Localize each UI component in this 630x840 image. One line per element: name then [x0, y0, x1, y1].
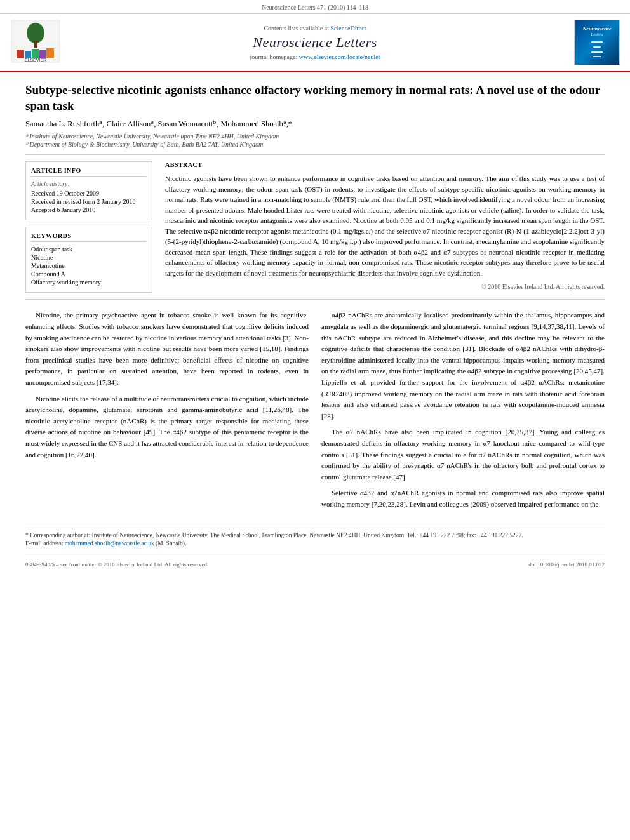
affiliations: ᵃ Institute of Neuroscience, Newcastle U…: [25, 133, 605, 148]
journal-logo-box: Neuroscience Letters ▬▬▬▬▬▬▬▬▬▬: [574, 20, 620, 65]
body-para-3: α4β2 nAChRs are anatomically localised p…: [321, 310, 605, 422]
article-content: Subtype-selective nicotinic agonists enh…: [0, 72, 630, 580]
footnote-area: * Corresponding author at: Institute of …: [25, 528, 605, 547]
sciencedirect-line: Contents lists available at ScienceDirec…: [67, 25, 563, 32]
body-left-column: Nicotine, the primary psychoactive agent…: [25, 310, 309, 515]
abstract-title: ABSTRACT: [165, 161, 605, 168]
journal-title: Neuroscience Letters: [67, 34, 563, 51]
body-columns: Nicotine, the primary psychoactive agent…: [25, 310, 605, 515]
keywords-box: KEYWORDS Odour span task Nicotine Metani…: [25, 227, 152, 293]
bottom-bar: 0304-3940/$ – see front matter © 2010 El…: [25, 557, 605, 568]
journal-citation: Neuroscience Letters 471 (2010) 114–118: [0, 0, 630, 14]
journal-logo-right: Neuroscience Letters ▬▬▬▬▬▬▬▬▬▬: [563, 20, 620, 65]
homepage-line: journal homepage: www.elsevier.com/locat…: [67, 53, 563, 60]
abstract-text: Nicotinic agonists have been shown to en…: [165, 173, 605, 278]
article-title: Subtype-selective nicotinic agonists enh…: [25, 83, 605, 114]
svg-rect-5: [32, 49, 39, 58]
left-panel: ARTICLE INFO Article history: Received 1…: [25, 161, 152, 293]
journal-header: ELSEVIER Contents lists available at Sci…: [0, 14, 630, 72]
keyword-4: Compound A: [31, 270, 147, 277]
svg-point-1: [27, 23, 44, 43]
body-para-4: The α7 nAChRs have also been implicated …: [321, 427, 605, 483]
keyword-5: Olfactory working memory: [31, 279, 147, 286]
keywords-title: KEYWORDS: [31, 232, 147, 242]
page: Neuroscience Letters 471 (2010) 114–118 …: [0, 0, 630, 840]
keyword-3: Metanicotine: [31, 262, 147, 269]
accepted-date: Accepted 6 January 2010: [31, 206, 147, 213]
issn-text: 0304-3940/$ – see front matter © 2010 El…: [25, 561, 208, 568]
article-info-box: ARTICLE INFO Article history: Received 1…: [25, 161, 152, 220]
citation-text: Neuroscience Letters 471 (2010) 114–118: [262, 4, 368, 11]
elsevier-logo-svg: ELSEVIER: [10, 19, 61, 63]
journal-center-info: Contents lists available at ScienceDirec…: [67, 25, 563, 60]
body-right-column: α4β2 nAChRs are anatomically localised p…: [321, 310, 605, 515]
article-history-label: Article history:: [31, 180, 147, 187]
svg-text:ELSEVIER: ELSEVIER: [25, 58, 46, 62]
email-note: E-mail address: mohammed.shoaib@newcastl…: [25, 540, 605, 547]
info-abstract-section: ARTICLE INFO Article history: Received 1…: [25, 161, 605, 293]
svg-rect-7: [46, 48, 54, 58]
revised-date: Received in revised form 2 January 2010: [31, 198, 147, 205]
svg-rect-2: [34, 41, 37, 48]
keyword-2: Nicotine: [31, 254, 147, 261]
doi-text: doi:10.1016/j.neulet.2010.01.022: [528, 561, 605, 568]
divider-2: [25, 299, 605, 300]
article-info-title: ARTICLE INFO: [31, 167, 147, 177]
sciencedirect-link[interactable]: ScienceDirect: [330, 25, 366, 32]
keyword-1: Odour span task: [31, 246, 147, 253]
received-date: Received 19 October 2009: [31, 190, 147, 197]
elsevier-logo: ELSEVIER: [10, 19, 67, 66]
body-para-2: Nicotine elicits the release of a multit…: [25, 394, 309, 461]
affiliation-a: ᵃ Institute of Neuroscience, Newcastle U…: [25, 133, 605, 140]
corresponding-author-note: * Corresponding author at: Institute of …: [25, 532, 605, 538]
body-para-5: Selective α4β2 and α7nAChR agonists in n…: [321, 488, 605, 510]
svg-rect-3: [17, 50, 24, 58]
authors-line: Samantha L. Rushforthᵃ, Claire Allisonᵃ,…: [25, 119, 605, 129]
body-section: Nicotine, the primary psychoactive agent…: [25, 310, 605, 515]
body-para-1: Nicotine, the primary psychoactive agent…: [25, 310, 309, 388]
abstract-section: ABSTRACT Nicotinic agonists have been sh…: [165, 161, 605, 293]
email-link[interactable]: mohammed.shoaib@newcastle.ac.uk: [65, 540, 154, 547]
copyright-notice: © 2010 Elsevier Ireland Ltd. All rights …: [165, 283, 605, 290]
homepage-link[interactable]: www.elsevier.com/locate/neulet: [299, 53, 380, 60]
divider-1: [25, 154, 605, 155]
affiliation-b: ᵇ Department of Biology & Biochemistry, …: [25, 141, 605, 148]
